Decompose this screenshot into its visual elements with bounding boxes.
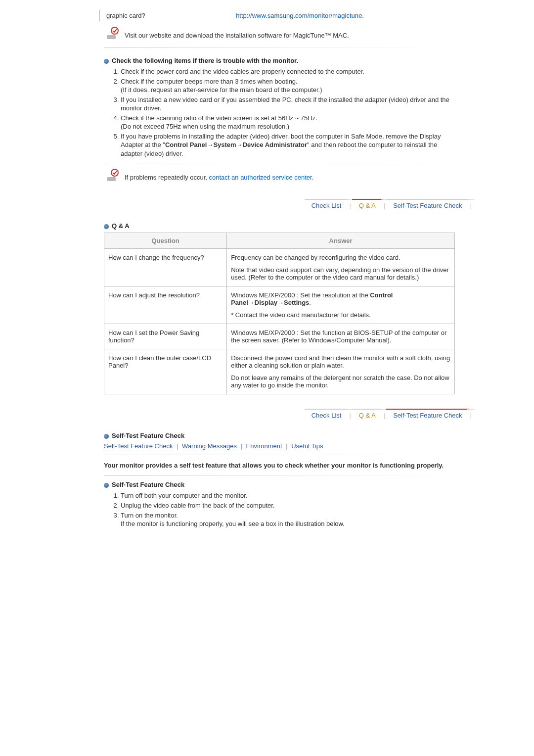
tab-check-list[interactable]: Check List bbox=[305, 199, 349, 212]
divider bbox=[104, 163, 455, 163]
repeat-note-suffix: . bbox=[312, 174, 314, 181]
check-item-2: Check if the computer beeps more than 3 … bbox=[121, 77, 455, 94]
table-row: How can I set the Power Saving function?… bbox=[104, 324, 455, 349]
qa-q3: How can I set the Power Saving function? bbox=[104, 324, 227, 349]
bullet-icon bbox=[104, 483, 109, 488]
link-useful-tips[interactable]: Useful Tips bbox=[291, 442, 323, 450]
qa-a3: Windows ME/XP/2000 : Set the function at… bbox=[227, 324, 455, 349]
tab-check-list-2[interactable]: Check List bbox=[305, 409, 349, 422]
selftest-steps: Turn off both your computer and the moni… bbox=[104, 491, 455, 528]
divider bbox=[104, 47, 455, 48]
tab-qa-2[interactable]: Q & A bbox=[352, 409, 383, 422]
link-warning-messages[interactable]: Warning Messages bbox=[182, 442, 237, 450]
bullet-icon bbox=[104, 434, 109, 439]
check-item-4: Check if the scanning ratio of the video… bbox=[121, 114, 455, 131]
qa-q1: How can I change the frequency? bbox=[104, 249, 227, 286]
selftest-step-2: Unplug the video cable from the back of … bbox=[121, 501, 455, 510]
selftest-step-1: Turn off both your computer and the moni… bbox=[121, 491, 455, 500]
qa-header-answer: Answer bbox=[227, 233, 455, 249]
qa-heading: Q & A bbox=[104, 222, 455, 230]
selftest-links-row: Self-Test Feature Check | Warning Messag… bbox=[104, 442, 455, 450]
table-row: How can I change the frequency? Frequenc… bbox=[104, 249, 455, 286]
bullet-icon bbox=[104, 224, 109, 229]
selftest-subhead: Self-Test Feature Check bbox=[104, 481, 455, 488]
divider bbox=[104, 475, 455, 476]
check-item-1: Check if the power cord and the video ca… bbox=[121, 67, 455, 76]
repeat-note-prefix: If problems repeatedly occur, bbox=[125, 174, 209, 181]
bullet-icon bbox=[104, 59, 109, 64]
top-fragment-row: graphic card? http://www.samsung.com/mon… bbox=[99, 10, 475, 21]
link-self-test[interactable]: Self-Test Feature Check bbox=[104, 442, 173, 450]
qa-a4: Disconnect the power cord and then clean… bbox=[227, 349, 455, 394]
svg-point-3 bbox=[111, 169, 118, 176]
qa-table: Question Answer How can I change the fre… bbox=[104, 233, 455, 394]
link-environment[interactable]: Environment bbox=[246, 442, 282, 450]
table-row: How can I clean the outer case/LCD Panel… bbox=[104, 349, 455, 394]
check-item-5: If you have problems in installing the a… bbox=[121, 132, 455, 158]
magictune-link[interactable]: http://www.samsung.com/monitor/magictune bbox=[236, 12, 362, 19]
selftest-intro: Your monitor provides a self test featur… bbox=[104, 462, 455, 469]
qa-q2: How can I adjust the resolution? bbox=[104, 286, 227, 324]
svg-rect-2 bbox=[107, 177, 116, 181]
graphic-card-label: graphic card? bbox=[104, 10, 234, 21]
link-trail: . bbox=[362, 12, 364, 19]
repeat-note-row: If problems repeatedly occur, contact an… bbox=[104, 168, 319, 185]
qa-q4: How can I clean the outer case/LCD Panel… bbox=[104, 349, 227, 394]
qa-a2: Windows ME/XP/2000 : Set the resolution … bbox=[227, 286, 455, 324]
tab-self-test[interactable]: Self-Test Feature Check bbox=[386, 199, 469, 212]
qa-header-question: Question bbox=[104, 233, 227, 249]
section-tabs-2: Check List|Q & A|Self-Test Feature Check… bbox=[59, 409, 475, 422]
divider bbox=[104, 455, 455, 455]
selftest-heading: Self-Test Feature Check bbox=[104, 432, 455, 439]
mac-note-text: Visit our website and download the insta… bbox=[125, 26, 355, 43]
svg-point-1 bbox=[111, 27, 118, 34]
svg-rect-0 bbox=[107, 35, 116, 39]
section-tabs-1: Check List|Q & A|Self-Test Feature Check… bbox=[59, 199, 475, 212]
check-item-3: If you installed a new video card or if … bbox=[121, 95, 455, 113]
repeat-note-icon bbox=[104, 168, 125, 185]
service-center-link[interactable]: contact an authorized service center bbox=[209, 174, 312, 181]
mac-note-icon bbox=[104, 26, 125, 43]
table-row: How can I adjust the resolution? Windows… bbox=[104, 286, 455, 324]
qa-a1: Frequency can be changed by reconfigurin… bbox=[227, 249, 455, 286]
mac-note-row: Visit our website and download the insta… bbox=[104, 26, 355, 43]
check-items-heading: Check the following items if there is tr… bbox=[104, 57, 455, 64]
tab-self-test-2[interactable]: Self-Test Feature Check bbox=[386, 409, 469, 422]
tab-qa[interactable]: Q & A bbox=[352, 199, 383, 212]
selftest-step-3: Turn on the monitor. If the monitor is f… bbox=[121, 511, 455, 528]
check-items-list: Check if the power cord and the video ca… bbox=[104, 67, 455, 158]
